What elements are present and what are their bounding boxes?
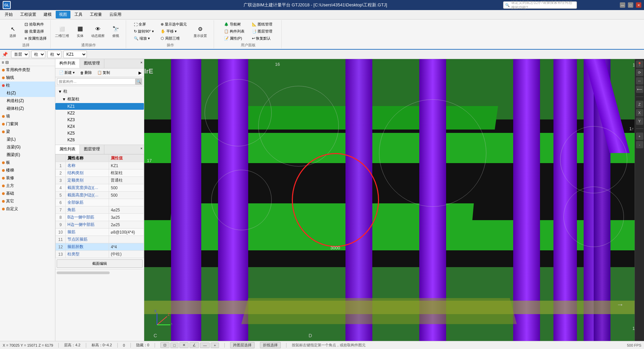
comp-search-button[interactable]: 🔍: [136, 78, 142, 85]
table-row[interactable]: 10 箍筋 ⌀8@100(4*4): [56, 229, 144, 236]
dash-button[interactable]: —: [200, 343, 210, 348]
snap-button[interactable]: ⊡: [160, 342, 169, 348]
type1-select[interactable]: 柱: [31, 51, 45, 58]
category-beam[interactable]: 梁: [0, 128, 55, 136]
restore-default-button[interactable]: ↩ 恢复默认: [250, 35, 274, 42]
prop-value[interactable]: [109, 236, 144, 243]
props-panel-button[interactable]: 📝 属性(P): [222, 35, 246, 42]
comp-tree-kz4[interactable]: KZ4: [55, 123, 144, 130]
category-col[interactable]: 柱: [0, 82, 55, 89]
zoom-button[interactable]: 🔍 缩放 ▾: [132, 35, 156, 42]
category-other[interactable]: 其它: [0, 197, 55, 205]
menu-project-settings[interactable]: 工程设置: [17, 11, 40, 18]
prop-value[interactable]: 4⌀25: [109, 206, 144, 214]
table-row[interactable]: 11 节点区箍筋: [56, 236, 144, 243]
category-stairs[interactable]: 楼梯: [0, 166, 55, 174]
close-button[interactable]: ✕: [636, 2, 641, 8]
tab-layer-mgmt[interactable]: 图层管理: [80, 145, 104, 154]
menu-view[interactable]: 视图: [56, 11, 70, 18]
section-edit-button[interactable]: 截面编辑: [57, 259, 143, 268]
rect-button[interactable]: □: [170, 343, 179, 348]
rs-zoom-out-button[interactable]: -: [636, 141, 643, 148]
select-button[interactable]: ↖ 选择: [3, 24, 22, 39]
tree-item-beam-l[interactable]: 梁(L): [0, 136, 55, 143]
angle-button[interactable]: ∠: [190, 342, 199, 348]
comp-panel-close[interactable]: ×: [139, 59, 144, 68]
category-common[interactable]: 常用构件类型: [0, 66, 55, 74]
tab-comp-list[interactable]: 构件列表: [55, 59, 80, 68]
menu-tools[interactable]: 工具: [71, 11, 86, 18]
comp-tree-root[interactable]: ▼ 柱: [55, 88, 144, 95]
comp-tree-kz3[interactable]: KZ3: [55, 116, 144, 123]
comp-tree-kz6[interactable]: KZ6: [55, 137, 144, 143]
minimize-button[interactable]: —: [620, 2, 625, 8]
tree-item-col-masonry[interactable]: 砌体柱(Z): [0, 105, 55, 112]
table-row[interactable]: 9 H边一侧中部筋 2⌀25: [56, 221, 144, 229]
solid-button[interactable]: ⬛ 实体: [72, 24, 88, 39]
display-settings-button[interactable]: ⚙ 显示设置: [192, 24, 209, 39]
new-comp-button[interactable]: 📄 新建 ▾: [57, 69, 77, 76]
table-row[interactable]: 4 截面宽度(B边)(… 500: [56, 184, 144, 192]
prop-value[interactable]: 3⌀25: [109, 214, 144, 221]
name-select[interactable]: KZ1: [63, 51, 87, 58]
tree-item-ring-beam[interactable]: 圈梁(E): [0, 151, 55, 159]
dynamic-view-button[interactable]: 👁 动态观察: [90, 24, 106, 39]
tab-drawing-mgmt[interactable]: 图纸管理: [80, 59, 104, 68]
menu-model[interactable]: 建模: [40, 11, 55, 18]
rotate90-button[interactable]: ↻ 旋转90° ▾: [132, 28, 156, 35]
rs-zoom-in-button[interactable]: +: [636, 133, 643, 140]
menu-start[interactable]: 开始: [1, 11, 16, 18]
menu-quantity[interactable]: 工程量: [87, 11, 105, 18]
table-row[interactable]: 3 定额类别 普通柱: [56, 177, 144, 184]
table-row[interactable]: 13 柱类型 (中柱): [56, 251, 144, 258]
attr-select-button[interactable]: ≡ 按属性选择: [23, 35, 48, 42]
table-row[interactable]: 6 全部纵筋: [56, 199, 144, 206]
prop-value[interactable]: 2⌀25: [109, 221, 144, 229]
floor-select[interactable]: 首层: [11, 51, 29, 58]
table-row[interactable]: 5 截面高度(H边)(… 500: [56, 192, 144, 199]
comp-tree-kz5[interactable]: KZ5: [55, 130, 144, 137]
props-panel-close[interactable]: ×: [139, 145, 144, 154]
prop-value[interactable]: 普通柱: [109, 177, 144, 184]
rs-left-button[interactable]: ⟵: [636, 86, 643, 93]
drawing-mgmt-button[interactable]: 📐 图纸管理: [250, 21, 274, 28]
maximize-button[interactable]: □: [628, 2, 633, 8]
menu-cloud[interactable]: 云应用: [106, 11, 125, 18]
cross-layer-button[interactable]: 跨图层选择: [230, 342, 255, 348]
table-row[interactable]: 1 名称 KZ1: [56, 162, 144, 169]
rs-x-button[interactable]: X: [636, 109, 643, 116]
polyline-button[interactable]: 折线选择: [260, 342, 281, 348]
table-row[interactable]: 7 角筋 4⌀25: [56, 206, 144, 214]
capture-button[interactable]: ⊡ 拾取构件: [23, 21, 48, 28]
rs-z-button[interactable]: Z: [636, 101, 643, 108]
local3d-button[interactable]: ⬡ 局部三维: [159, 35, 189, 42]
plus-button[interactable]: +: [211, 343, 219, 348]
fullscreen-button[interactable]: ⛶ 全屏: [132, 21, 156, 28]
category-door-window[interactable]: 门窗洞: [0, 120, 55, 128]
prop-value[interactable]: 4*4: [109, 243, 144, 251]
collapse-all-icon[interactable]: ⊟: [5, 60, 9, 65]
table-row[interactable]: 8 B边一侧中部筋 3⌀25: [56, 214, 144, 221]
pan-button[interactable]: ✋ 平移 ▾: [159, 28, 189, 35]
cross-button[interactable]: ✕: [179, 342, 189, 348]
3d-viewport[interactable]: 16 17 3000 17 1↑ 1↑ → C D Z: [144, 59, 644, 341]
prop-value[interactable]: 500: [109, 184, 144, 192]
table-row[interactable]: 12 箍筋胚数 4*4: [56, 243, 144, 251]
rs-expand-button[interactable]: ↔: [636, 77, 643, 85]
comp-tree-kz2[interactable]: KZ2: [55, 110, 144, 116]
type2-select[interactable]: 柱: [47, 51, 61, 58]
prop-value[interactable]: (中柱): [109, 251, 144, 258]
comp-list-button[interactable]: 📋 构件列表: [222, 28, 246, 35]
layer-mgmt-button[interactable]: 📑 图层管理: [250, 28, 274, 35]
expand-comp-icon[interactable]: ▶: [138, 70, 142, 76]
bird-view-button[interactable]: 🔭 俯视: [108, 24, 124, 39]
comp-tree-frame-col[interactable]: ▼ 框架柱: [55, 95, 144, 103]
tree-item-col-z[interactable]: 柱(Z): [0, 89, 55, 97]
search-bar-title[interactable]: 🔍 请定义到底怎么办?请操搜索有任何想搜的功能?: [503, 1, 577, 9]
show-center-button[interactable]: ⊕ 显示选中圆元: [159, 21, 189, 28]
prop-value[interactable]: KZ1: [109, 162, 144, 169]
batch-select-button[interactable]: ⊞ 批量选择: [23, 28, 48, 35]
rs-rotate-button[interactable]: ⟳: [636, 69, 643, 76]
comp-search-input[interactable]: [57, 78, 136, 85]
pin-icon[interactable]: 📌: [2, 52, 8, 57]
